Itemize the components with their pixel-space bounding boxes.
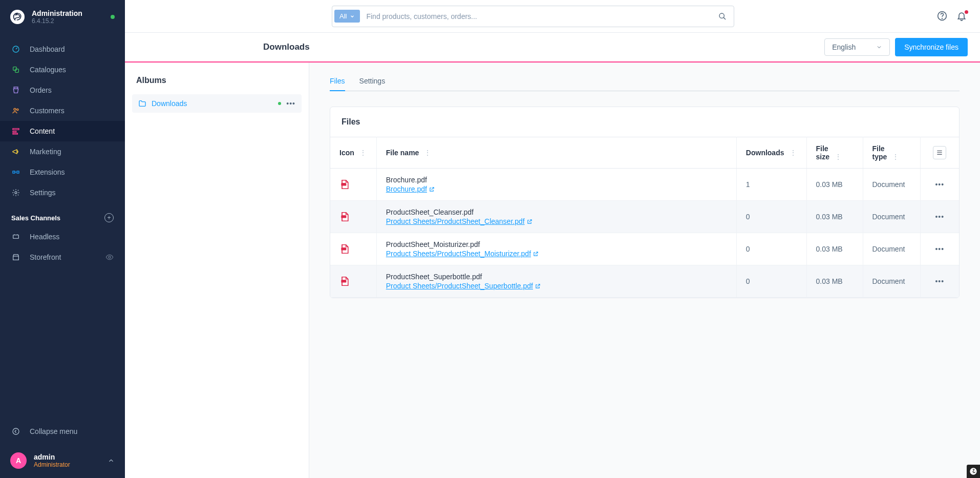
notification-dot-icon [965,10,968,14]
user-role: Administrator [34,461,70,468]
collapse-menu-button[interactable]: Collapse menu [0,420,125,443]
file-type: Document [863,169,920,201]
catalogues-icon [11,65,20,74]
row-context-menu[interactable]: ••• [935,180,944,189]
file-size: 0.03 MB [806,201,863,233]
topbar-actions [937,11,968,22]
nav-label: Orders [30,86,52,94]
file-type: Document [863,201,920,233]
folder-icon [138,99,146,108]
svg-point-13 [109,256,111,258]
row-context-menu[interactable]: ••• [935,245,944,253]
th-icon: Icon⋮ [330,137,376,169]
th-menu-icon[interactable]: ⋮ [359,149,367,157]
topbar: All [125,0,980,33]
row-context-menu[interactable]: ••• [935,277,944,285]
th-downloads: Downloads⋮ [736,137,806,169]
external-link-icon [533,251,539,257]
svg-point-3 [14,108,16,110]
svg-rect-6 [13,131,16,132]
search-filter-all[interactable]: All [334,10,360,23]
content-row: Albums Downloads ••• Files Settings File… [125,63,980,478]
search-icon[interactable] [718,12,727,20]
external-link-icon [429,186,435,192]
table-row[interactable]: PDFProductSheet_Moisturizer.pdfProduct S… [330,233,959,265]
search-input[interactable] [366,12,713,20]
table-row[interactable]: PDFProductSheet_Cleanser.pdfProduct Shee… [330,201,959,233]
nav-orders[interactable]: Orders [0,80,125,100]
tab-settings[interactable]: Settings [359,72,386,91]
file-link[interactable]: Product Sheets/ProductSheet_Moisturizer.… [386,250,539,258]
orders-icon [11,86,20,95]
th-menu-icon[interactable]: ⋮ [790,149,797,157]
album-context-menu[interactable]: ••• [286,99,295,108]
nav-settings[interactable]: Settings [0,182,125,203]
admin-title: Administration [32,9,82,17]
eye-icon[interactable] [105,253,114,261]
external-link-icon [527,219,532,224]
chevron-down-icon [876,44,882,50]
sales-label: Headless [30,233,59,241]
sales-storefront[interactable]: Storefront [0,247,125,267]
sidebar: Administration 6.4.15.2 Dashboard Catalo… [0,0,125,478]
th-menu-icon[interactable]: ⋮ [892,153,900,161]
user-menu[interactable]: A admin Administrator [0,443,125,478]
downloads-count: 1 [736,169,806,201]
synchronize-button[interactable]: Synchronize files [895,38,968,56]
nav-label: Settings [30,189,56,197]
svg-point-10 [15,192,17,194]
table-settings-button[interactable] [933,146,946,159]
nav-customers[interactable]: Customers [0,100,125,121]
notifications-icon[interactable] [956,11,968,22]
file-link[interactable]: Product Sheets/ProductSheet_Superbottle.… [386,282,541,290]
svg-point-4 [17,109,18,110]
help-icon[interactable] [937,11,948,22]
pdf-icon: PDF [339,179,367,190]
debug-toolbar-icon[interactable] [967,465,980,478]
file-type: Document [863,233,920,265]
files-table: Icon⋮ File name⋮ Downloads⋮ File size⋮ F… [330,137,959,298]
file-link[interactable]: Brochure.pdf [386,185,435,193]
table-row[interactable]: PDFBrochure.pdfBrochure.pdf 10.03 MBDocu… [330,169,959,201]
file-size: 0.03 MB [806,169,863,201]
row-context-menu[interactable]: ••• [935,213,944,221]
search-bar: All [332,6,734,27]
nav-marketing[interactable]: Marketing [0,141,125,162]
nav-label: Catalogues [30,66,66,74]
svg-point-14 [13,428,19,434]
nav-content[interactable]: Content [0,121,125,141]
extensions-icon [11,168,20,177]
files-card: Files Icon⋮ File name⋮ Downloads⋮ File s… [330,107,960,298]
downloads-count: 0 [736,233,806,265]
table-row[interactable]: PDFProductSheet_Superbottle.pdfProduct S… [330,265,959,298]
content-icon [11,127,20,136]
file-link[interactable]: Product Sheets/ProductSheet_Cleanser.pdf [386,217,532,225]
pdf-icon: PDF [339,211,367,222]
th-filesize: File size⋮ [806,137,863,169]
svg-rect-11 [13,235,19,239]
svg-rect-7 [13,133,17,134]
downloads-count: 0 [736,201,806,233]
th-menu-icon[interactable]: ⋮ [424,149,432,157]
user-name: admin [34,453,70,461]
nav-label: Content [30,127,55,135]
sales-headless[interactable]: Headless [0,226,125,247]
dashboard-icon [11,45,20,54]
file-name: ProductSheet_Cleanser.pdf [386,208,727,216]
pdf-icon: PDF [339,243,367,255]
nav-catalogues[interactable]: Catalogues [0,59,125,80]
sales-channels-header: Sales Channels + [0,203,125,226]
svg-text:PDF: PDF [342,248,346,250]
language-select[interactable]: English [824,38,890,56]
svg-point-17 [942,18,943,18]
file-name: ProductSheet_Moisturizer.pdf [386,240,727,248]
tab-files[interactable]: Files [330,72,345,91]
customers-icon [11,106,20,115]
nav-dashboard[interactable]: Dashboard [0,39,125,59]
nav-extensions[interactable]: Extensions [0,162,125,182]
th-menu-icon[interactable]: ⋮ [835,153,842,161]
album-item[interactable]: Downloads ••• [132,94,302,113]
svg-text:PDF: PDF [342,183,346,185]
add-sales-channel-button[interactable]: + [104,213,114,222]
avatar: A [10,452,27,469]
